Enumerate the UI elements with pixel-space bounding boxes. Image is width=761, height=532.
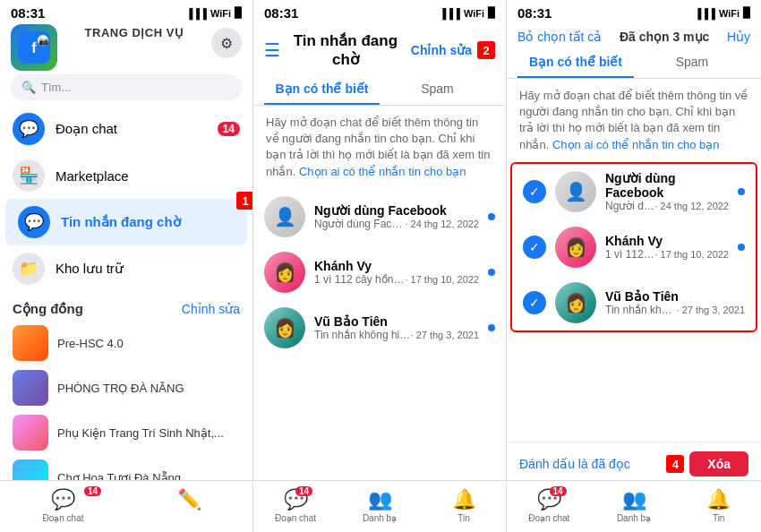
status-bar-2: 08:31 ▐▐▐ WiFi ▉ — [253, 0, 506, 24]
contacts-icon-2: 👥 — [368, 488, 392, 511]
sel-dot-fb — [738, 188, 745, 195]
chat-info-vbt: Vũ Bảo Tiên Tin nhắn không hiển thị · 27… — [314, 314, 479, 341]
check-fb[interactable]: ✓ — [523, 180, 546, 203]
tab-ban-co-the-biet-3[interactable]: Bạn có thể biết — [517, 47, 634, 78]
sel-time-fb: · 24 thg 12, 2022 — [654, 201, 729, 211]
nav-label-marketplace: Marketplace — [56, 168, 240, 184]
status-bar-3: 08:31 ▐▐▐ WiFi ▉ — [507, 0, 761, 24]
nav-doan-chat[interactable]: 💬 Đoạn chat 14 — [0, 106, 252, 152]
bottom-new-chat[interactable]: ✏️ — [126, 488, 252, 523]
panel-sidebar: 08:31 ▐▐▐ WiFi ▉ f 📷 TRANG DỊCH VỤ ⚙ 🔍 T… — [0, 0, 253, 532]
chat-item-kv[interactable]: 👩 Khánh Vy 1 vì 112 cây hồng siêu nụ... … — [253, 245, 506, 300]
check-kv[interactable]: ✓ — [523, 236, 546, 259]
signal-icon-3: ▐▐▐ — [694, 8, 714, 19]
step2-label: 2 — [477, 41, 495, 59]
contacts-icon-3: 👥 — [622, 488, 646, 511]
panel-select: 08:31 ▐▐▐ WiFi ▉ Bỏ chọn tất cả Đã chọn … — [507, 0, 761, 532]
search-icon: 🔍 — [21, 81, 36, 94]
panel-pending: 08:31 ▐▐▐ WiFi ▉ ☰ Tin nhắn đang chờ Chỉ… — [253, 0, 507, 532]
community-thumb-3 — [13, 415, 48, 450]
select-item-fb[interactable]: ✓ 👤 Người dùng Facebook Người dùng Fa...… — [512, 164, 756, 219]
unread-dot-vbt — [488, 324, 495, 331]
community-thumb-2 — [13, 370, 48, 406]
mark-read-btn[interactable]: Đánh dấu là đã đọc — [519, 457, 630, 471]
sel-time-vbt: · 27 thg 3, 2021 — [677, 305, 745, 315]
contacts-label-2: Danh bạ — [363, 513, 397, 523]
sel-avatar-kv: 👩 — [555, 227, 596, 268]
community-name-1: Pre-HSC 4.0 — [57, 337, 240, 350]
community-item-3[interactable]: Phụ Kiện Trang Trí Sinh Nhật,... — [0, 410, 252, 455]
battery-icon-3: ▉ — [743, 7, 750, 19]
panel2-header: ☰ Tin nhắn đang chờ Chỉnh sửa 2 — [253, 24, 506, 74]
select-item-vbt[interactable]: ✓ 👩 Vũ Bảo Tiên Tin nhắn không... · 27 t… — [512, 275, 756, 330]
info-link-3[interactable]: Chọn ai có thể nhắn tin cho bạn — [552, 138, 720, 151]
avatar-vbt: 👩 — [264, 307, 305, 348]
step4-label: 4 — [666, 455, 684, 473]
bottom-nav-2: 💬 Đoạn chat 14 👥 Danh bạ 🔔 Tin — [253, 480, 506, 532]
panel2-title: Tin nhắn đang chờ — [280, 31, 411, 69]
svg-text:f: f — [31, 40, 37, 56]
nav-marketplace[interactable]: 🏪 Marketplace — [0, 152, 252, 199]
bottom-news-3[interactable]: 🔔 Tin — [676, 488, 761, 523]
sel-name-kv: Khánh Vy — [605, 234, 729, 248]
sel-preview-kv: 1 vì 112 cây hồng siê... — [605, 248, 654, 261]
chat-item-vbt[interactable]: 👩 Vũ Bảo Tiên Tin nhắn không hiển thị · … — [253, 300, 506, 356]
marketplace-icon: 🏪 — [13, 159, 45, 192]
community-edit-btn[interactable]: Chỉnh sửa — [182, 302, 240, 316]
bottom-nav-1: 💬 Đoạn chat 14 ✏️ — [0, 480, 252, 532]
bottom-news-2[interactable]: 🔔 Tin — [422, 488, 506, 523]
chat-badge-bottom-2: 14 — [295, 486, 312, 496]
brand-title: TRANG DỊCH VỤ — [64, 24, 204, 45]
time-2: 08:31 — [264, 5, 298, 21]
bottom-contacts-3[interactable]: 👥 Danh bạ — [592, 488, 677, 523]
sel-avatar-vbt: 👩 — [555, 282, 596, 323]
sel-dot-kv — [738, 244, 745, 251]
gear-button[interactable]: ⚙ — [211, 28, 242, 58]
sel-info-kv: Khánh Vy 1 vì 112 cây hồng siê... · 17 t… — [605, 234, 729, 261]
wifi-icon: WiFi — [210, 8, 231, 19]
cancel-btn[interactable]: Hủy — [727, 30, 750, 44]
chat-icon: 💬 — [13, 113, 45, 145]
chat-bottom-label: Đoạn chat — [42, 513, 83, 523]
news-label-3: Tin — [713, 513, 725, 523]
select-item-kv[interactable]: ✓ 👩 Khánh Vy 1 vì 112 cây hồng siê... · … — [512, 219, 756, 275]
tab-spam-2[interactable]: Spam — [380, 74, 495, 105]
info-link-2[interactable]: Chọn ai có thể nhắn tin cho bạn — [299, 165, 466, 178]
search-bar[interactable]: 🔍 Tìm... — [11, 74, 242, 100]
tab-ban-co-the-biet-2[interactable]: Bạn có thể biết — [264, 74, 380, 105]
hamburger-icon[interactable]: ☰ — [264, 39, 280, 61]
community-item-2[interactable]: PHÒNG TRỌ ĐÀ NẴNG — [0, 365, 252, 410]
bottom-contacts-2[interactable]: 👥 Danh bạ — [338, 488, 422, 523]
chat-item-fb[interactable]: 👤 Người dùng Facebook Người dùng Facebo.… — [253, 189, 506, 245]
check-vbt[interactable]: ✓ — [523, 291, 546, 314]
chat-info-kv: Khánh Vy 1 vì 112 cây hồng siêu nụ... · … — [314, 259, 479, 286]
community-name-3: Phụ Kiện Trang Trí Sinh Nhật,... — [57, 426, 240, 440]
bottom-actions: Đánh dấu là đã đọc 4 Xóa — [507, 442, 761, 485]
select-all-btn[interactable]: Bỏ chọn tất cả — [517, 30, 602, 44]
tab-spam-3[interactable]: Spam — [634, 47, 750, 78]
nav-label-tin-nhan: Tin nhắn đang chờ — [61, 214, 235, 230]
chat-bottom-badge: 14 — [84, 486, 101, 496]
community-item-1[interactable]: Pre-HSC 4.0 — [0, 321, 252, 365]
bottom-doan-chat[interactable]: 💬 Đoạn chat 14 — [0, 488, 126, 523]
bottom-chat-2[interactable]: 💬 Đoạn chat 14 — [253, 488, 338, 523]
brand-logo: f 📷 — [11, 24, 57, 71]
battery-icon: ▉ — [235, 7, 242, 19]
community-header: Cộng đồng Chỉnh sửa — [0, 292, 252, 321]
selected-count: Đã chọn 3 mục — [620, 30, 709, 44]
sel-avatar-fb: 👤 — [555, 171, 596, 212]
search-placeholder: Tìm... — [41, 81, 71, 94]
chat-name-fb: Người dùng Facebook — [314, 203, 479, 218]
wifi-icon-2: WiFi — [464, 8, 484, 19]
doan-chat-badge: 14 — [218, 122, 240, 136]
nav-label-doan-chat: Đoạn chat — [56, 121, 207, 137]
panel2-tabs: Bạn có thể biết Spam — [253, 74, 506, 106]
sel-preview-vbt: Tin nhắn không... — [605, 304, 677, 316]
delete-button[interactable]: Xóa — [689, 451, 748, 476]
nav-tin-nhan-cho[interactable]: 💬 Tin nhắn đang chờ 1 — [5, 199, 247, 245]
chat-info-fb: Người dùng Facebook Người dùng Facebo...… — [314, 203, 479, 230]
edit-btn-2[interactable]: Chỉnh sửa — [411, 43, 472, 57]
nav-kho-luu-tru[interactable]: 📁 Kho lưu trữ — [0, 245, 252, 292]
bottom-chat-3[interactable]: 💬 Đoạn chat 14 — [507, 488, 592, 523]
chat-time-kv: · 17 thg 10, 2022 — [405, 274, 479, 285]
